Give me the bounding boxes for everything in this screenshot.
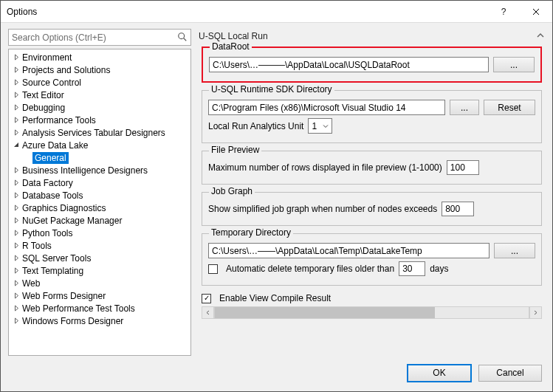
tree-item-python-tools[interactable]: Python Tools <box>9 227 190 239</box>
temp-dir-input[interactable]: C:\Users\…——\AppData\Local\Temp\DataLake… <box>208 243 490 258</box>
svg-point-0 <box>179 33 185 39</box>
tree-item-general[interactable]: General <box>9 151 190 164</box>
tree-item-source-control[interactable]: Source Control <box>9 76 190 89</box>
tree-item-label: Graphics Diagnostics <box>21 203 107 213</box>
temp-dir-browse-button[interactable]: ... <box>494 243 535 258</box>
dialog-footer: OK Cancel <box>1 360 552 391</box>
runtime-input[interactable]: C:\Program Files (x86)\Microsoft Visual … <box>208 100 445 115</box>
chevron-right-icon[interactable] <box>12 292 21 299</box>
tree-item-business-intelligence-designers[interactable]: Business Intelligence Designers <box>9 164 190 176</box>
options-dialog: Options ? Search Options (Ctrl+E) Enviro… <box>0 0 553 392</box>
tree-item-graphics-diagnostics[interactable]: Graphics Diagnostics <box>9 202 190 214</box>
chevron-right-icon[interactable] <box>12 204 21 211</box>
file-preview-label: Maximum number of rows displayed in file… <box>208 162 442 173</box>
job-graph-group: Job Graph Show simplified job graph when… <box>202 192 542 226</box>
tree-item-label: NuGet Package Manager <box>21 216 123 226</box>
tree-item-label: Projects and Solutions <box>21 65 111 75</box>
chevron-right-icon[interactable] <box>12 192 21 199</box>
tree-item-performance-tools[interactable]: Performance Tools <box>9 114 190 126</box>
search-placeholder: Search Options (Ctrl+E) <box>12 32 106 43</box>
tree-item-web[interactable]: Web <box>9 277 190 289</box>
scroll-right-icon[interactable] <box>529 306 542 319</box>
tree-item-debugging[interactable]: Debugging <box>9 101 190 114</box>
tree-item-label: Azure Data Lake <box>21 140 89 151</box>
cancel-button[interactable]: Cancel <box>478 365 542 382</box>
chevron-right-icon[interactable] <box>12 230 21 236</box>
runtime-reset-button[interactable]: Reset <box>484 100 535 115</box>
dataroot-input[interactable]: C:\Users\…———\AppData\Local\USQLDataRoot <box>209 57 489 72</box>
tree-item-sql-server-tools[interactable]: SQL Server Tools <box>9 252 190 264</box>
chevron-down-icon <box>323 121 329 131</box>
analytics-unit-dropdown[interactable]: 1 <box>308 118 332 134</box>
options-tree[interactable]: EnvironmentProjects and SolutionsSource … <box>8 49 191 356</box>
search-icon[interactable] <box>177 32 188 44</box>
file-preview-group: File Preview Maximum number of rows disp… <box>202 151 542 185</box>
job-graph-legend: Job Graph <box>209 186 255 196</box>
scroll-track[interactable] <box>214 306 529 319</box>
tree-item-database-tools[interactable]: Database Tools <box>9 189 190 202</box>
auto-delete-checkbox[interactable] <box>208 264 218 274</box>
job-graph-label: Show simplified job graph when number of… <box>208 204 437 214</box>
close-button[interactable] <box>520 1 552 23</box>
enable-compile-checkbox[interactable] <box>202 294 211 303</box>
tree-item-r-tools[interactable]: R Tools <box>9 239 190 252</box>
tree-item-web-forms-designer[interactable]: Web Forms Designer <box>9 289 190 302</box>
chevron-right-icon[interactable] <box>12 217 21 224</box>
chevron-down-icon[interactable] <box>12 142 21 148</box>
right-pane: U-SQL Local Run DataRoot C:\Users\…———\A… <box>199 29 545 356</box>
horizontal-scrollbar[interactable] <box>202 306 542 319</box>
chevron-right-icon[interactable] <box>12 167 21 173</box>
svg-line-1 <box>184 38 187 41</box>
tree-item-web-performance-test-tools[interactable]: Web Performance Test Tools <box>9 302 190 314</box>
help-button[interactable]: ? <box>487 1 520 23</box>
auto-delete-days-input[interactable]: 30 <box>399 261 425 276</box>
analytics-unit-value: 1 <box>312 121 317 131</box>
chevron-right-icon[interactable] <box>12 104 21 111</box>
auto-delete-label-post: days <box>430 264 448 274</box>
tree-item-data-factory[interactable]: Data Factory <box>9 176 190 189</box>
tree-item-label: Database Tools <box>21 190 85 201</box>
dataroot-browse-button[interactable]: ... <box>493 57 535 72</box>
runtime-legend: U-SQL Runtime SDK Directory <box>209 84 334 94</box>
chevron-right-icon[interactable] <box>12 117 21 123</box>
tree-item-label: Web Performance Test Tools <box>21 303 137 314</box>
tree-item-windows-forms-designer[interactable]: Windows Forms Designer <box>9 314 190 327</box>
auto-delete-label-pre: Automatic delete temporary files older t… <box>226 264 394 274</box>
tree-item-text-editor[interactable]: Text Editor <box>9 89 190 101</box>
chevron-right-icon[interactable] <box>12 129 21 136</box>
file-preview-legend: File Preview <box>209 145 261 155</box>
runtime-sdk-group: U-SQL Runtime SDK Directory C:\Program F… <box>202 90 542 143</box>
tree-item-label: Environment <box>21 52 73 63</box>
chevron-right-icon[interactable] <box>12 66 21 73</box>
tree-item-azure-data-lake[interactable]: Azure Data Lake <box>9 139 190 151</box>
tree-item-label: SQL Server Tools <box>21 253 92 264</box>
ok-button[interactable]: OK <box>408 365 471 382</box>
tree-item-label: Python Tools <box>21 228 75 238</box>
tree-item-analysis-services-tabular-designers[interactable]: Analysis Services Tabular Designers <box>9 126 190 139</box>
tree-item-projects-and-solutions[interactable]: Projects and Solutions <box>9 63 190 76</box>
tree-item-label: Source Control <box>21 78 83 88</box>
scroll-thumb[interactable] <box>215 307 435 318</box>
chevron-right-icon[interactable] <box>12 79 21 86</box>
chevron-right-icon[interactable] <box>12 280 21 286</box>
chevron-right-icon[interactable] <box>12 255 21 261</box>
chevron-right-icon[interactable] <box>12 317 21 324</box>
tree-item-label: R Tools <box>21 241 53 251</box>
temp-dir-legend: Temporary Directory <box>209 227 293 238</box>
chevron-right-icon[interactable] <box>12 305 21 312</box>
file-preview-input[interactable]: 100 <box>447 160 479 175</box>
tree-item-label: Web <box>21 278 41 289</box>
tree-item-environment[interactable]: Environment <box>9 51 190 63</box>
chevron-right-icon[interactable] <box>12 92 21 98</box>
job-graph-input[interactable]: 800 <box>442 202 474 216</box>
chevron-right-icon[interactable] <box>12 54 21 61</box>
tree-item-text-templating[interactable]: Text Templating <box>9 264 190 277</box>
chevron-right-icon[interactable] <box>12 242 21 249</box>
search-input[interactable]: Search Options (Ctrl+E) <box>8 29 191 46</box>
tree-item-label: Text Templating <box>21 266 85 276</box>
runtime-browse-button[interactable]: ... <box>450 100 479 115</box>
tree-item-nuget-package-manager[interactable]: NuGet Package Manager <box>9 214 190 227</box>
chevron-right-icon[interactable] <box>12 179 21 186</box>
chevron-right-icon[interactable] <box>12 267 21 274</box>
scroll-left-icon[interactable] <box>202 306 214 319</box>
